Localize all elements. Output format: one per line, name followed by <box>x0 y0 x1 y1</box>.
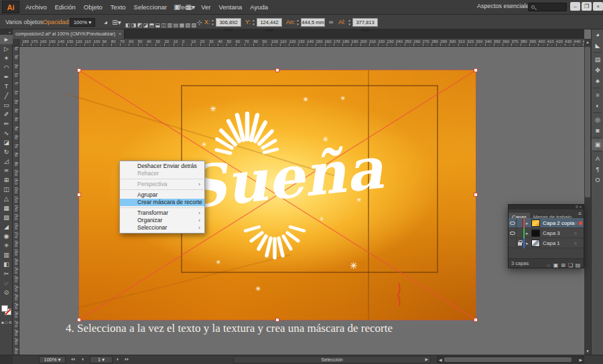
visibility-cell[interactable] <box>509 218 517 228</box>
free-transform-tool[interactable]: ⊞ <box>0 175 13 185</box>
layer-name[interactable]: Capa 3 <box>543 228 560 238</box>
menu-item-transformar[interactable]: Transformar› <box>120 209 204 217</box>
width-tool[interactable]: ≍ <box>0 166 13 175</box>
minimize-button[interactable]: – <box>570 2 580 11</box>
width-field[interactable]: 444,5 mm <box>301 18 325 27</box>
align-icon-4[interactable]: ⬒ <box>149 20 155 30</box>
align-icon-5[interactable]: ⬓ <box>155 20 161 30</box>
character-icon[interactable]: A <box>592 153 603 164</box>
first-artboard-icon[interactable]: ⏴⏴ <box>71 356 75 363</box>
target-circle-icon[interactable]: ○ <box>574 228 577 238</box>
selection-handle[interactable] <box>474 68 478 72</box>
next-artboard-icon[interactable]: ⏵ <box>117 356 119 363</box>
x-stepper[interactable]: ▴▾ <box>210 18 215 27</box>
layer-name[interactable]: Capa 2 copia <box>543 218 574 228</box>
paintbrush-tool[interactable]: ✐ <box>0 110 13 119</box>
selection-handle[interactable] <box>275 68 279 72</box>
zoom-tool[interactable]: ⊙ <box>0 288 13 297</box>
artboard-number-dropdown[interactable]: 1 ▾ <box>90 356 113 363</box>
menu-edición[interactable]: Edición <box>51 0 80 15</box>
recolor-artwork-icon[interactable]: ◕ <box>100 17 111 27</box>
rotate-tool[interactable]: ↻ <box>0 147 13 157</box>
brushes-icon[interactable]: ♣ <box>592 76 603 86</box>
last-artboard-icon[interactable]: ⏵⏵ <box>125 356 129 363</box>
hand-tool[interactable]: ☞ <box>0 278 13 288</box>
search-input[interactable] <box>528 3 567 11</box>
type-tool[interactable]: T <box>0 82 13 91</box>
fill-stroke-swatches[interactable] <box>1 305 12 316</box>
zoom-level-dropdown[interactable]: 100% ▾ <box>39 356 66 363</box>
menu-ayuda[interactable]: Ayuda <box>246 0 272 15</box>
stroke-icon[interactable]: ≡ <box>592 90 603 100</box>
fill-swatch[interactable] <box>1 305 8 312</box>
tab-close-icon[interactable]: × <box>119 31 121 36</box>
menu-item-agrupar[interactable]: Agrupar <box>120 191 204 199</box>
align-icon-0[interactable]: ◧ <box>125 20 131 30</box>
menu-archivo[interactable]: Archivo <box>21 0 51 15</box>
menu-objeto[interactable]: Objeto <box>80 0 107 15</box>
vertical-scrollbar[interactable]: ▲ ▼ <box>584 39 591 355</box>
color-guide-icon[interactable]: ◣ <box>592 40 603 51</box>
align-icon-1[interactable]: ◨ <box>131 20 137 30</box>
align-icon-8[interactable]: ▤ <box>173 20 179 30</box>
restore-button[interactable]: ❐ <box>582 2 592 11</box>
layer-name[interactable]: Capa 1 <box>543 238 560 248</box>
shaper-tool[interactable]: ∿ <box>0 128 13 138</box>
pen-tool[interactable]: ✒ <box>0 72 13 82</box>
mesh-tool[interactable]: ▦ <box>0 203 13 213</box>
scroll-up-icon[interactable]: ▲ <box>584 39 591 46</box>
lock-cell[interactable] <box>517 218 523 228</box>
mode-icon-2[interactable]: ⊘ <box>9 321 12 325</box>
column-graph-tool[interactable]: ▥ <box>0 250 13 260</box>
canvas-pane[interactable]: Sueña ✳✳✳✳✳✳✳✳✳✳ 4. Selecciona a la vez … <box>19 47 584 355</box>
align-icon-10[interactable]: ▧ <box>185 20 191 30</box>
menu-item-deshacer-enviar-detr-s[interactable]: Deshacer Enviar detrás <box>120 163 204 170</box>
selection-handle[interactable] <box>77 193 81 197</box>
height-field[interactable]: 377,813 mm <box>352 18 378 27</box>
gradient-icon[interactable]: ◐ <box>592 100 603 111</box>
shape-builder-tool[interactable]: ◫ <box>0 185 13 194</box>
rectangle-tool[interactable]: ▭ <box>0 100 13 110</box>
menu-seleccionar[interactable]: Seleccionar <box>130 0 172 15</box>
target-circle-icon[interactable]: ○ <box>574 238 577 248</box>
paragraph-icon[interactable]: ¶ <box>592 164 603 175</box>
opacity-dropdown[interactable]: 100% ▾ <box>70 18 95 27</box>
menu-item-organizar[interactable]: Organizar› <box>120 217 204 224</box>
select-similar-icon[interactable]: ⊞▾ <box>111 17 122 27</box>
y-field[interactable]: 124,442 mm <box>257 18 282 27</box>
layer-row-capa-1[interactable]: ▸Capa 1○ <box>509 238 584 248</box>
new-sublayer-icon[interactable]: ⊞ <box>559 261 567 270</box>
align-icon-2[interactable]: ◩ <box>137 20 143 30</box>
blend-tool[interactable]: ◉ <box>0 232 13 241</box>
artboard-tool[interactable]: ◧ <box>0 260 13 269</box>
align-icon-7[interactable]: ▥ <box>167 20 173 30</box>
menu-ventana[interactable]: Ventana <box>214 0 246 15</box>
align-icon-9[interactable]: ▦ <box>179 20 185 30</box>
selection-tool[interactable]: ► <box>0 35 13 44</box>
ruler-corner[interactable] <box>13 39 19 47</box>
menu-ver[interactable]: Ver <box>197 0 214 15</box>
width-stepper[interactable]: ▴▾ <box>295 18 300 27</box>
previous-artboard-icon[interactable]: ⏴ <box>82 356 84 363</box>
selection-handle[interactable] <box>474 318 478 322</box>
eyedropper-tool[interactable]: ◢ <box>0 222 13 232</box>
layer-row-capa-2-copia[interactable]: ▸Capa 2 copia○ <box>509 218 584 228</box>
menu-item-seleccionar[interactable]: Seleccionar› <box>120 224 204 232</box>
visibility-cell[interactable] <box>509 228 517 238</box>
disclosure-triangle-icon[interactable]: ▸ <box>526 218 529 228</box>
scroll-right-icon[interactable]: ▶ <box>579 357 582 364</box>
align-icon-6[interactable]: ◫ <box>161 20 167 30</box>
vertical-scroll-thumb[interactable] <box>585 47 590 197</box>
perspective-grid-tool[interactable]: △ <box>0 194 13 203</box>
layers-icon[interactable]: ▣ <box>592 139 603 150</box>
target-circle-icon[interactable]: ○ <box>574 218 577 228</box>
selection-handle[interactable] <box>77 68 81 72</box>
layout-menu-icon[interactable]: ▦▾ <box>185 2 196 12</box>
pencil-tool[interactable]: ✏ <box>0 119 13 128</box>
scale-tool[interactable]: ◿ <box>0 157 13 166</box>
status-popup-icon[interactable]: ▶ <box>425 357 428 363</box>
x-field[interactable]: 306,892 mm <box>216 18 241 27</box>
document-info-icon[interactable]: ▤ <box>592 54 603 65</box>
eraser-tool[interactable]: ◪ <box>0 138 13 147</box>
visibility-cell[interactable] <box>509 238 517 248</box>
